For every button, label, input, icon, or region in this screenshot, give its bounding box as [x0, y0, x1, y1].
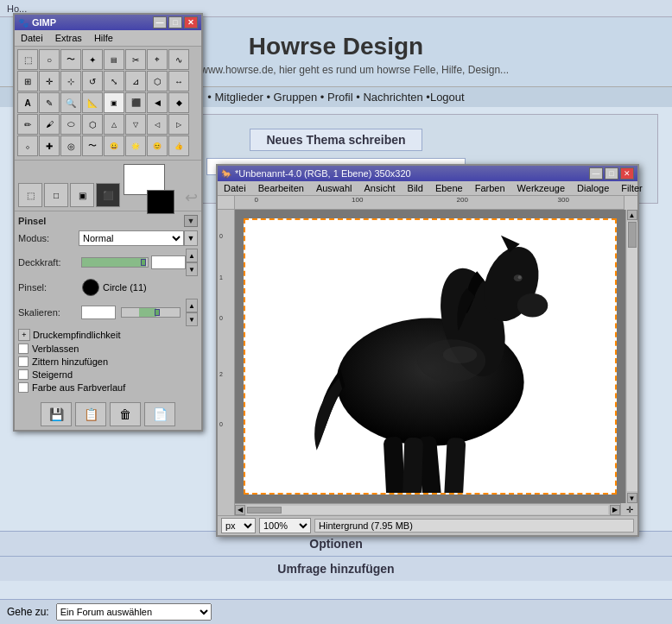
menu-hilfe[interactable]: Hilfe [92, 32, 116, 44]
tool-dodge[interactable]: ◎ [60, 136, 81, 156]
maximize-button[interactable]: □ [168, 16, 182, 28]
image-minimize-button[interactable]: — [589, 167, 603, 180]
save-btn[interactable]: 💾 [41, 402, 72, 426]
tool-iscissors[interactable]: ∿ [168, 49, 189, 70]
tool-s1[interactable]: △ [104, 114, 124, 135]
canvas-area: 0 100 200 300 0 1 0 2 0 [218, 196, 637, 535]
farbverlauf-checkbox[interactable] [18, 382, 29, 393]
forum-select[interactable]: Ein Forum auswählen [56, 603, 212, 621]
skalieren-down[interactable]: ▼ [186, 312, 198, 326]
steigernd-checkbox[interactable] [18, 369, 29, 380]
deckkraft-down[interactable]: ▼ [186, 262, 198, 276]
deckkraft-input[interactable]: 100.0 [151, 255, 186, 269]
tool-mode4[interactable]: ⬛ [96, 183, 120, 207]
tool-eraser[interactable]: ⬭ [60, 114, 81, 135]
unit-select[interactable]: px [221, 518, 256, 533]
tool-mode1[interactable]: ⬚ [18, 183, 42, 207]
img-menu-bearbeiten[interactable]: Bearbeiten [256, 182, 307, 194]
fullscreen-button[interactable]: ✛ [620, 503, 637, 515]
tool-flip[interactable]: ↔ [168, 71, 189, 91]
tool-rect-select[interactable]: ⬚ [17, 49, 38, 70]
tool-u3[interactable]: 😊 [147, 136, 168, 156]
scroll-right-button[interactable]: ▶ [610, 505, 620, 515]
tool-r2[interactable]: ⬛ [125, 92, 146, 113]
tool-color-select[interactable]: ▤ [104, 49, 124, 70]
menu-datei[interactable]: Datei [18, 32, 46, 44]
skalieren-up[interactable]: ▲ [186, 299, 198, 312]
img-menu-datei[interactable]: Datei [221, 182, 249, 194]
image-maximize-button[interactable]: □ [605, 167, 618, 180]
tool-rotate[interactable]: ↺ [82, 71, 103, 91]
copy-btn[interactable]: 📋 [75, 402, 106, 426]
skalieren-slider[interactable] [121, 307, 181, 318]
scroll-thumb[interactable] [628, 222, 637, 248]
color-swatches[interactable] [124, 164, 168, 207]
tool-u1[interactable]: 😀 [104, 136, 124, 156]
tool-fuzzy-select[interactable]: ✦ [82, 49, 103, 70]
verblassen-checkbox[interactable] [18, 344, 29, 354]
img-menu-farben[interactable]: Farben [472, 182, 508, 194]
tool-r1[interactable]: ▣ [104, 92, 124, 113]
tool-s4[interactable]: ▷ [168, 114, 189, 135]
skalieren-input[interactable]: 1.62 [81, 306, 116, 319]
img-menu-werkzeuge[interactable]: Werkzeuge [515, 182, 567, 194]
tool-scissors[interactable]: ✂ [125, 49, 146, 70]
tool-measure[interactable]: 📐 [82, 92, 103, 113]
druckempfindlichkeit-expand[interactable]: + [18, 329, 30, 341]
tool-lasso[interactable]: 〜 [60, 49, 81, 70]
tool-r4[interactable]: ◆ [168, 92, 189, 113]
new-btn[interactable]: 📄 [144, 402, 175, 426]
modus-select[interactable]: Normal [79, 230, 184, 246]
tool-heal[interactable]: ✚ [39, 136, 60, 156]
tool-move[interactable]: ✛ [39, 71, 60, 91]
tool-align[interactable]: ⊞ [17, 71, 38, 91]
close-button[interactable]: ✕ [184, 16, 198, 28]
tool-u4[interactable]: 👍 [168, 136, 189, 156]
tool-pencil[interactable]: ✏ [17, 114, 38, 135]
minimize-button[interactable]: — [153, 16, 167, 28]
zittern-checkbox[interactable] [18, 356, 29, 367]
horizontal-scrollbar[interactable]: ◀ ▶ [235, 503, 620, 515]
zoom-select[interactable]: 100% [259, 518, 311, 533]
img-menu-filter[interactable]: Filter [618, 182, 644, 194]
img-menu-bild[interactable]: Bild [405, 182, 426, 194]
deckkraft-up[interactable]: ▲ [186, 249, 198, 262]
brush-collapse-button[interactable]: ▼ [184, 215, 198, 227]
tool-shear[interactable]: ⊿ [125, 71, 146, 91]
tool-scale[interactable]: ⤡ [104, 71, 124, 91]
tool-s3[interactable]: ◁ [147, 114, 168, 135]
tool-mode3[interactable]: ▣ [70, 183, 94, 207]
tool-color-picker[interactable]: ✎ [39, 92, 60, 113]
menu-extras[interactable]: Extras [53, 32, 85, 44]
tool-paths[interactable]: ⌖ [147, 49, 168, 70]
foreground-color-swatch[interactable] [147, 190, 174, 214]
tool-u2[interactable]: 🌟 [125, 136, 146, 156]
scroll-left-button[interactable]: ◀ [235, 505, 245, 515]
tool-zoom[interactable]: 🔍 [60, 92, 81, 113]
tool-ellipse-select[interactable]: ○ [39, 49, 60, 70]
tool-fill[interactable]: ⬡ [82, 114, 103, 135]
tool-smudge[interactable]: 〜 [82, 136, 103, 156]
scroll-up-button[interactable]: ▲ [627, 210, 637, 220]
img-menu-ebene[interactable]: Ebene [433, 182, 466, 194]
scroll-down-button[interactable]: ▼ [627, 493, 637, 503]
tool-r3[interactable]: ◀ [147, 92, 168, 113]
modus-arrow[interactable]: ▼ [184, 230, 198, 246]
tool-perspective[interactable]: ⬡ [147, 71, 168, 91]
delete-btn[interactable]: 🗑 [110, 402, 141, 426]
img-menu-auswahl[interactable]: Auswahl [314, 182, 355, 194]
tool-text[interactable]: A [17, 92, 38, 113]
tool-mode2[interactable]: □ [44, 183, 68, 207]
deckkraft-slider[interactable] [81, 257, 149, 268]
img-menu-dialoge[interactable]: Dialoge [574, 182, 612, 194]
image-close-button[interactable]: ✕ [620, 167, 634, 180]
tool-paintbrush[interactable]: 🖌 [39, 114, 60, 135]
neue-thema-button[interactable]: Neues Thema schreiben [250, 129, 422, 151]
tool-s2[interactable]: ▽ [125, 114, 146, 135]
tool-crop[interactable]: ⊹ [60, 71, 81, 91]
tool-clone[interactable]: ⬦ [17, 136, 38, 156]
canvas[interactable] [235, 210, 625, 503]
img-menu-ansicht[interactable]: Ansicht [361, 182, 397, 194]
h-scroll-thumb[interactable] [247, 507, 282, 514]
vertical-scrollbar[interactable]: ▲ ▼ [625, 210, 637, 503]
